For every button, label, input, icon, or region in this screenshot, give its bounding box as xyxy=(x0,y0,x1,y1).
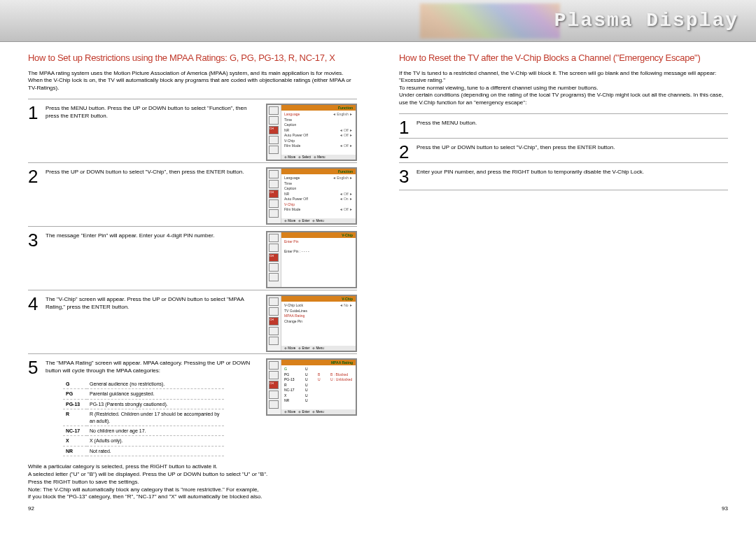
page-number-right: 93 xyxy=(722,505,728,512)
step-row: 4 The "V-Chip" screen will appear. Press… xyxy=(28,290,357,353)
left-bottom-notes: While a particular category is selected,… xyxy=(28,463,357,501)
right-page: How to Reset the TV after the V-Chip Blo… xyxy=(378,42,749,508)
step-row: 3 The message "Enter Pin" will appear. E… xyxy=(28,226,357,290)
step-row: 2 Press the UP or DOWN button to select … xyxy=(28,162,357,226)
step-number: 3 xyxy=(28,231,46,249)
step-row: 5 The "MPAA Rating" screen will appear. … xyxy=(28,353,357,458)
step-text: The "V-Chip" screen will appear. Press t… xyxy=(46,295,259,311)
right-section-title: How to Reset the TV after the V-Chip Blo… xyxy=(399,52,728,63)
step-row: 2 Press the UP or DOWN button to select … xyxy=(399,138,728,162)
step-number: 4 xyxy=(28,295,46,313)
osd-mpaa-rating-screenshot: CH MPAA Rating GU PGUBB : Blocked PG-13U… xyxy=(266,358,357,416)
header-bar: Plasma Display xyxy=(0,0,756,42)
step-number: 1 xyxy=(399,118,416,136)
step-number: 3 xyxy=(399,167,416,185)
osd-function-screenshot: CH Function Language◄ English ► Time Cap… xyxy=(266,167,357,225)
table-row: PG-13PG-13 (Parents strongly cautioned). xyxy=(63,399,224,409)
page-number-left: 92 xyxy=(28,505,34,512)
osd-enter-pin-screenshot: CH V-Chip Enter Pin Enter Pin : - - - - xyxy=(266,231,357,288)
step-text: The message "Enter Pin" will appear. Ent… xyxy=(46,231,259,240)
table-row: RR (Restricted. Children under 17 should… xyxy=(63,409,224,426)
header-graphic xyxy=(420,3,560,38)
osd-function-screenshot: CH Function Language◄ English ► Time Cap… xyxy=(266,104,357,161)
step-text: The "MPAA Rating" screen will appear. MP… xyxy=(46,358,259,456)
step-number: 2 xyxy=(399,143,416,161)
table-row: NC-17No children under age 17. xyxy=(63,426,224,435)
step-number: 1 xyxy=(28,104,46,122)
step-text: Press the UP or DOWN button to select "V… xyxy=(46,167,259,176)
step-text: Press the UP or DOWN button to select "V… xyxy=(416,143,728,152)
table-row: PGParental guidance suggested. xyxy=(63,389,224,399)
left-intro: The MPAA rating system uses the Motion P… xyxy=(28,70,357,92)
left-page: How to Set up Restrictions using the MPA… xyxy=(7,42,378,508)
header-title: Plasma Display xyxy=(554,10,738,31)
step-row: 3 Enter your PIN number, and press the R… xyxy=(399,162,728,187)
step-text: Enter your PIN number, and press the RIG… xyxy=(416,167,728,176)
left-section-title: How to Set up Restrictions using the MPA… xyxy=(28,52,357,63)
mpaa-category-table: GGeneral audience (no restrictions). PGP… xyxy=(63,379,224,457)
step-number: 2 xyxy=(28,167,46,185)
table-row: NRNot rated. xyxy=(63,446,224,456)
step-number: 5 xyxy=(28,358,46,377)
page-content: How to Set up Restrictions using the MPA… xyxy=(0,42,756,508)
table-row: XX (Adults only). xyxy=(63,436,224,446)
osd-vchip-screenshot: CH V-Chip V-Chip Lock◄ No ► TV GuideLine… xyxy=(266,295,357,352)
table-row: GGeneral audience (no restrictions). xyxy=(63,379,224,389)
step-row: 1 Press the MENU button. xyxy=(399,113,728,138)
step-row: 1 Press the MENU button. Press the UP or… xyxy=(28,99,357,162)
right-intro: If the TV is tuned to a restricted chann… xyxy=(399,70,728,106)
step-text: Press the MENU button. xyxy=(416,118,728,127)
step-text: Press the MENU button. Press the UP or D… xyxy=(46,104,259,120)
